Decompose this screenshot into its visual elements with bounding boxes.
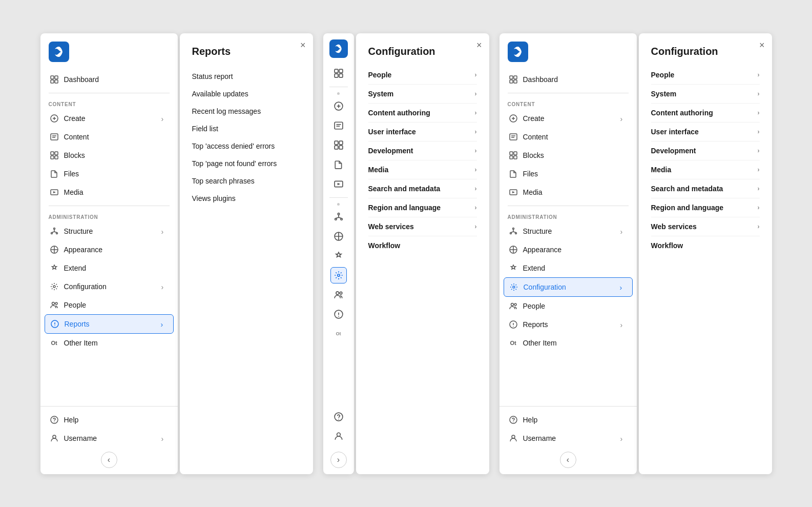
config-item-webservices[interactable]: Web services › <box>368 217 477 236</box>
sidebar-item-3-appearance[interactable]: Appearance <box>504 240 633 259</box>
config-webservices-chevron: › <box>475 223 477 230</box>
sidebar-item-3-other[interactable]: Ot Other Item <box>504 334 633 352</box>
config-item-region-label: Region and language <box>368 204 441 212</box>
svg-rect-10 <box>51 152 54 155</box>
collapsed-media[interactable] <box>330 176 347 192</box>
collapsed-div-1 <box>329 87 348 87</box>
sidebar-item-3-structure[interactable]: Structure › <box>504 222 633 240</box>
svg-point-23 <box>52 302 54 305</box>
svg-rect-63 <box>514 76 517 79</box>
sidebar-item-3-blocks[interactable]: Blocks <box>504 146 633 165</box>
content-section-label-3: CONTENT <box>504 97 633 109</box>
blocks-label: Blocks <box>64 151 169 159</box>
collapsed-reports[interactable] <box>330 306 347 322</box>
config-item-system[interactable]: System › <box>368 85 477 104</box>
sidebar-item-content[interactable]: Content <box>45 128 174 146</box>
sidebar-item-3-dashboard[interactable]: Dashboard <box>504 70 633 89</box>
collapsed-other[interactable]: Ot <box>330 326 347 342</box>
collapsed-create[interactable] <box>330 98 347 114</box>
config-item-people[interactable]: People › <box>368 66 477 85</box>
reports-flyout-close[interactable]: × <box>300 40 306 50</box>
sidebar-item-3-content[interactable]: Content <box>504 128 633 146</box>
sidebar-item-configuration[interactable]: Configuration › <box>45 277 174 296</box>
config-item-media[interactable]: Media › <box>368 160 477 179</box>
flyout-item-views[interactable]: Views plugins <box>192 190 301 207</box>
sidebar-item-3-configuration[interactable]: Configuration › <box>504 277 633 297</box>
content-section-label: CONTENT <box>45 97 174 109</box>
other-label: Other Item <box>64 339 169 347</box>
flyout-item-access[interactable]: Top 'access denied' errors <box>192 137 301 155</box>
drupal-logo-3[interactable] <box>508 42 528 62</box>
sidebar-item-reports[interactable]: Reports › <box>45 314 174 334</box>
config-item-user-interface[interactable]: User interface › <box>368 123 477 141</box>
config3-item-media[interactable]: Media › <box>651 160 760 179</box>
sidebar-item-3-people[interactable]: People <box>504 297 633 315</box>
sidebar-item-help[interactable]: Help <box>45 411 174 429</box>
sidebar-item-extend[interactable]: Extend <box>45 259 174 277</box>
flyout-item-log[interactable]: Recent log messages <box>192 103 301 120</box>
flyout-item-search[interactable]: Top search phrases <box>192 172 301 190</box>
user-icon <box>50 434 59 443</box>
collapsed-files[interactable] <box>330 156 347 173</box>
config3-item-content-authoring[interactable]: Content authoring › <box>651 104 760 123</box>
config-item-content-authoring[interactable]: Content authoring › <box>368 104 477 123</box>
collapsed-extend[interactable] <box>330 248 347 264</box>
collapsed-help[interactable] <box>330 409 347 425</box>
sidebar-item-3-files[interactable]: Files <box>504 165 633 183</box>
svg-rect-34 <box>339 74 343 77</box>
collapsed-people[interactable] <box>330 287 347 303</box>
config3-item-people[interactable]: People › <box>651 66 760 85</box>
config3-item-webservices[interactable]: Web services › <box>651 217 760 236</box>
config3-item-development[interactable]: Development › <box>651 141 760 160</box>
config-flyout-3-close[interactable]: × <box>759 40 765 50</box>
config3-item-workflow[interactable]: Workflow <box>651 236 760 255</box>
sidebar-item-dashboard[interactable]: Dashboard <box>45 70 174 89</box>
sidebar-item-3-reports[interactable]: Reports › <box>504 315 633 334</box>
collapsed-appearance[interactable] <box>330 228 347 245</box>
sidebar-3-collapse-btn[interactable]: ‹ <box>560 452 576 468</box>
flyout-item-status[interactable]: Status report <box>192 68 301 85</box>
flyout-item-updates[interactable]: Available updates <box>192 85 301 103</box>
config3-item-region[interactable]: Region and language › <box>651 198 760 217</box>
config3-item-search[interactable]: Search and metadata › <box>651 179 760 198</box>
config-item-development-label: Development <box>368 147 413 155</box>
sidebar-item-people[interactable]: People <box>45 296 174 314</box>
sidebar-item-3-username[interactable]: Username › <box>504 429 633 448</box>
sidebar-item-appearance[interactable]: Appearance <box>45 240 174 259</box>
drupal-logo-1[interactable] <box>49 42 69 62</box>
config3-item-user-interface[interactable]: User interface › <box>651 123 760 141</box>
collapsed-user[interactable] <box>330 428 347 444</box>
drupal-logo-collapsed[interactable] <box>329 39 348 58</box>
sidebar-nav-3: Dashboard CONTENT Create › Content <box>499 70 637 406</box>
sidebar-item-3-help[interactable]: Help <box>504 411 633 429</box>
config3-item-system[interactable]: System › <box>651 85 760 104</box>
divider-1 <box>49 93 170 93</box>
sidebar-item-3-media[interactable]: Media <box>504 183 633 201</box>
config-item-search[interactable]: Search and metadata › <box>368 179 477 198</box>
sidebar-collapse-btn[interactable]: ‹ <box>101 452 117 468</box>
collapsed-content[interactable] <box>330 117 347 134</box>
collapsed-configuration[interactable] <box>330 267 347 283</box>
sidebar-item-media[interactable]: Media <box>45 183 174 201</box>
sidebar-item-3-create[interactable]: Create › <box>504 109 633 128</box>
collapsed-dashboard[interactable] <box>330 65 347 82</box>
configuration-label: Configuration <box>64 282 156 291</box>
sidebar-item-structure[interactable]: Structure › <box>45 222 174 240</box>
sidebar-item-blocks[interactable]: Blocks <box>45 146 174 165</box>
sidebar-item-3-extend[interactable]: Extend <box>504 259 633 277</box>
config-item-development[interactable]: Development › <box>368 141 477 160</box>
config-item-workflow[interactable]: Workflow <box>368 236 477 255</box>
config-item-region[interactable]: Region and language › <box>368 198 477 217</box>
other-icon-3: Ot <box>509 338 518 348</box>
flyout-item-notfound[interactable]: Top 'page not found' errors <box>192 155 301 172</box>
config-flyout-2-close[interactable]: × <box>476 40 482 50</box>
collapsed-structure[interactable] <box>330 209 347 225</box>
sidebar-item-files[interactable]: Files <box>45 165 174 183</box>
sidebar-item-username[interactable]: Username › <box>45 429 174 448</box>
svg-rect-2 <box>51 80 54 83</box>
sidebar-item-create[interactable]: Create › <box>45 109 174 128</box>
collapsed-blocks[interactable] <box>330 137 347 153</box>
sidebar-item-other[interactable]: Ot Other Item <box>45 334 174 352</box>
sidebar-expand-btn[interactable]: › <box>330 452 347 468</box>
flyout-item-fieldlist[interactable]: Field list <box>192 120 301 137</box>
